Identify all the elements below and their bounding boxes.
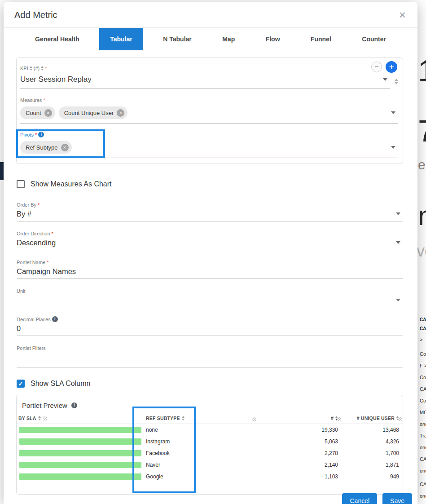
count-cell: 1,103 [256, 473, 342, 480]
column-header-ref-subtype[interactable]: REF SUBTYPE [144, 416, 256, 421]
measures-chip-row[interactable]: Count Count Unique User [20, 104, 398, 124]
kpi-select[interactable]: User Session Replay [20, 71, 390, 89]
sort-icon[interactable] [38, 416, 41, 420]
tab-tabular[interactable]: Tabular [99, 28, 143, 50]
bg-table-cell: one [420, 445, 426, 450]
tab-general-health[interactable]: General Health [24, 28, 90, 50]
tab-funnel[interactable]: Funnel [300, 28, 342, 50]
sla-bar-cell [17, 450, 144, 456]
column-resize-handle[interactable] [337, 417, 341, 421]
info-icon[interactable] [71, 402, 77, 408]
decimal-places-value: 0 [17, 324, 21, 333]
show-measures-as-chart-checkbox[interactable] [17, 180, 25, 188]
remove-kpi-button[interactable]: − [371, 62, 382, 72]
order-direction-field: Order Direction * Descending [17, 230, 403, 250]
measures-label: Measures * [20, 97, 398, 103]
chip-remove-icon[interactable] [61, 144, 69, 151]
unique-user-cell: 949 [342, 473, 403, 480]
show-sla-column-row: Show SLA Column [17, 380, 403, 388]
order-direction-label: Order Direction * [17, 230, 403, 236]
column-label: # [331, 416, 334, 421]
kpi-stepper-icon[interactable] [395, 79, 398, 89]
table-row: Facebook 2,278 1,700 [17, 447, 403, 459]
bg-text-fragment: ve [417, 242, 426, 261]
count-cell: 2,140 [256, 462, 342, 468]
kpi-select-row: User Session Replay [20, 71, 398, 89]
required-asterisk: * [47, 260, 48, 265]
bg-table-cell: MO_ [420, 410, 426, 415]
show-sla-column-label: Show SLA Column [31, 380, 90, 388]
order-by-select[interactable]: By # [17, 208, 403, 221]
bg-table-cell: CA [420, 326, 426, 331]
bg-text-fragment: e [418, 157, 426, 172]
modal-header: Add Metric × [4, 2, 417, 28]
chevron-down-icon[interactable] [396, 299, 400, 301]
sla-bar [19, 438, 141, 445]
portlet-filters-input[interactable] [17, 351, 403, 368]
portlet-filters-label: Portlet Filters [17, 345, 403, 351]
bg-table-cell: Conv [420, 398, 426, 403]
order-direction-label-text: Order Direction [17, 231, 50, 236]
bg-metric-fragment: 1 [418, 53, 426, 88]
required-asterisk: * [52, 231, 53, 236]
cancel-button[interactable]: Cancel [342, 493, 377, 504]
chevron-down-icon[interactable] [396, 241, 400, 244]
unit-select[interactable] [17, 294, 403, 307]
kpi-label-mid: (#) [34, 66, 40, 71]
add-kpi-button[interactable]: + [386, 61, 397, 73]
bg-table-cell: CA_ [420, 386, 426, 392]
info-icon[interactable] [52, 316, 58, 322]
portlet-filters-label-text: Portlet Filters [17, 345, 46, 351]
show-sla-column-checkbox[interactable] [17, 380, 25, 388]
show-measures-as-chart-row: Show Measures As Chart [17, 180, 403, 188]
portlet-name-input[interactable]: Campaign Names [17, 265, 403, 279]
tab-flow[interactable]: Flow [255, 28, 291, 50]
show-measures-as-chart-label: Show Measures As Chart [31, 180, 112, 188]
order-by-field: Order By * By # [17, 202, 403, 221]
info-icon[interactable] [38, 132, 44, 137]
chevron-down-icon[interactable] [383, 78, 387, 81]
pivots-chip-row[interactable]: Ref Subtype [20, 138, 398, 158]
tab-map[interactable]: Map [211, 28, 246, 50]
page: 1 7 e n ve CA CA > Conv F > Conv CA_ Con… [0, 0, 426, 504]
unit-label-text: Unit [17, 288, 26, 294]
required-asterisk: * [38, 202, 40, 208]
tab-n-tabular[interactable]: N Tabular [152, 28, 202, 50]
bg-metric-fragment: 7 [418, 113, 426, 148]
chevron-down-icon[interactable] [391, 146, 395, 149]
column-resize-handle[interactable] [43, 416, 47, 420]
table-row: none 19,330 13,468 [17, 424, 403, 436]
kpi-label: KPI (#) * [20, 65, 398, 71]
close-icon[interactable]: × [399, 9, 406, 21]
order-direction-select[interactable]: Descending [17, 236, 403, 250]
order-by-label: Order By * [17, 202, 403, 208]
column-resize-handle[interactable] [252, 417, 256, 421]
decimal-places-label: Decimal Places [17, 316, 403, 322]
column-header-unique-user[interactable]: # UNIQUE USER [342, 416, 403, 421]
reorder-icon[interactable] [30, 66, 32, 71]
chevron-down-icon[interactable] [391, 111, 395, 114]
measure-chip[interactable]: Count Unique User [59, 106, 128, 119]
bg-table-cell: CA [420, 317, 426, 322]
decimal-places-input[interactable]: 0 [17, 322, 403, 336]
required-asterisk: * [43, 97, 45, 103]
save-button[interactable]: Save [382, 493, 412, 504]
measure-chip[interactable]: Count [20, 106, 55, 119]
chip-remove-icon[interactable] [117, 109, 124, 117]
pivot-chip[interactable]: Ref Subtype [20, 141, 72, 154]
column-header-by-sla[interactable]: BY SLA [17, 416, 144, 421]
portlet-preview-box: Portlet Preview BY SLA REF SUBTYPE # [16, 395, 403, 495]
reorder-icon[interactable] [41, 66, 44, 71]
kpi-definition-box: − + KPI (#) * User Session Replay Measu [16, 57, 403, 164]
measures-label-text: Measures [20, 97, 42, 103]
bg-table-cell: Traff [420, 433, 426, 438]
column-header-count[interactable]: # [256, 416, 342, 421]
modal-footer: Cancel Save [342, 493, 412, 504]
sort-icon[interactable] [182, 416, 184, 420]
chip-remove-icon[interactable] [44, 109, 52, 117]
bg-table-cell: one [420, 421, 426, 427]
count-cell: 2,278 [256, 450, 342, 456]
tab-counter[interactable]: Counter [351, 28, 397, 50]
column-resize-handle[interactable] [398, 417, 402, 421]
chevron-down-icon[interactable] [396, 212, 400, 215]
